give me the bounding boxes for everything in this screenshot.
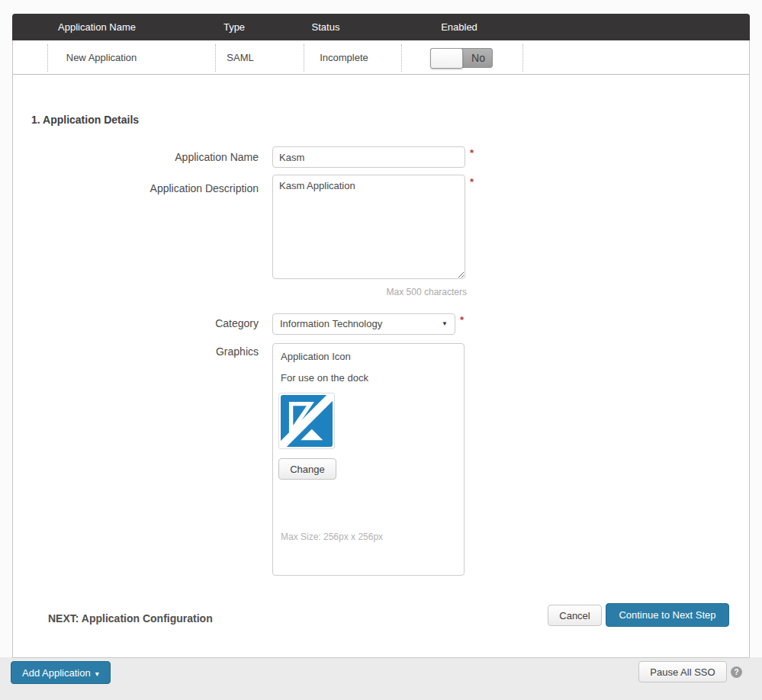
column-divider — [215, 44, 216, 72]
required-marker: * — [470, 147, 474, 159]
application-icon-preview — [278, 393, 335, 449]
help-icon[interactable]: ? — [731, 666, 742, 678]
column-divider — [522, 44, 523, 72]
add-application-label: Add Application — [22, 667, 91, 679]
toggle-state-label: No — [463, 49, 494, 69]
section-title: 1. Application Details — [31, 114, 139, 126]
cancel-button[interactable]: Cancel — [548, 605, 602, 626]
row-type: SAML — [227, 40, 253, 75]
graphics-panel: Application Icon For use on the dock Cha… — [272, 343, 465, 576]
max-size-hint: Max Size: 256px x 256px — [281, 531, 383, 542]
header-enabled: Enabled — [441, 14, 477, 40]
app-table-header: Application Name Type Status Enabled — [12, 14, 750, 40]
application-description-label: Application Description — [83, 182, 259, 194]
page: Application Name Type Status Enabled New… — [0, 0, 762, 700]
max-characters-hint: Max 500 characters — [272, 287, 467, 297]
row-application-name: New Application — [66, 40, 137, 75]
graphics-label: Graphics — [83, 345, 259, 358]
continue-button[interactable]: Continue to Next Step — [606, 603, 729, 627]
header-type: Type — [223, 14, 245, 40]
column-divider — [304, 44, 304, 72]
required-marker: * — [470, 176, 474, 188]
change-icon-button[interactable]: Change — [278, 458, 336, 480]
application-name-input[interactable] — [272, 146, 465, 168]
header-application-name: Application Name — [58, 14, 136, 40]
application-description-textarea[interactable]: Kasm Application — [272, 175, 465, 279]
category-label: Category — [83, 317, 259, 329]
header-status: Status — [312, 14, 340, 40]
row-status: Incomplete — [320, 40, 368, 75]
required-marker: * — [460, 314, 464, 326]
category-selected-value: Information Technology — [280, 318, 382, 329]
application-card: Application Name Type Status Enabled New… — [12, 14, 750, 658]
application-icon-subtitle: For use on the dock — [281, 372, 368, 384]
pause-all-sso-button[interactable]: Pause All SSO — [638, 661, 727, 682]
column-divider — [47, 44, 48, 72]
chevron-down-icon: ▼ — [442, 314, 448, 334]
application-icon-title: Application Icon — [281, 351, 351, 362]
caret-down-icon: ▾ — [95, 669, 99, 678]
next-step-hint: NEXT: Application Configuration — [48, 612, 213, 625]
column-divider — [401, 44, 402, 72]
enabled-toggle[interactable]: No — [430, 48, 493, 68]
category-select[interactable]: Information Technology ▼ — [272, 313, 455, 335]
application-row: New Application SAML Incomplete No — [13, 40, 749, 75]
application-name-label: Application Name — [83, 151, 259, 163]
toggle-handle[interactable] — [430, 48, 463, 69]
kasm-logo-icon — [281, 395, 333, 447]
add-application-button[interactable]: Add Application▾ — [11, 661, 111, 684]
